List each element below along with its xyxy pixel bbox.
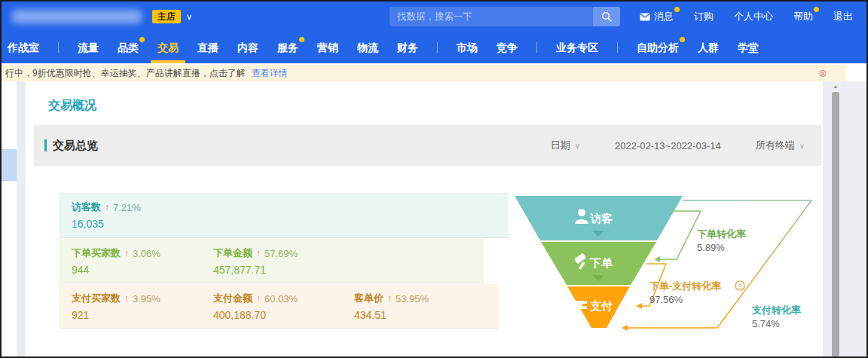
nav-item-academy[interactable]: 学堂 [738,32,759,63]
main-nav: 作战室 流量 品类 交易 直播 内容 服务 营销 物流 财务 市场 竞争 业务专… [2,32,866,63]
metric-change: 3.95% [133,293,160,304]
pay-conversion-value: 5.74% [752,318,780,329]
metric-value: 457,877.71 [213,264,298,276]
nav-item-finance[interactable]: 财务 [397,32,418,63]
metric-value: 400,188.70 [213,309,298,321]
help-icon[interactable]: ? [735,281,744,290]
conversion-funnel: 访客 下单 支付 下单转化率 5.89% 下单-支付转化率 ? 97.5 [512,191,829,338]
nav-item-competition[interactable]: 竞争 [497,32,518,63]
nav-item-business-zone[interactable]: 业务专区 [556,32,598,63]
notification-dot [139,37,145,42]
main-content: 交易概况 交易总览 日期 ∨ 2022-02-13~2022-03-14 所有终… [26,81,823,356]
date-mode-select[interactable]: 日期 ∨ [551,139,580,152]
nav-item-logistics[interactable]: 物流 [357,32,378,63]
nav-item-traffic[interactable]: 流量 [78,32,99,63]
notification-dot [674,7,680,12]
nav-divider [58,42,59,53]
up-arrow-icon: ↑ [256,248,261,259]
topbar: 主店 ∨ 消息 订购 个人中心 帮助 退出 [2,2,866,32]
metric-change: 3.06% [133,248,160,259]
nav-item-live[interactable]: 直播 [197,32,219,63]
metric-value: 16,035 [72,218,141,230]
nav-item-content[interactable]: 内容 [237,32,258,63]
search-bar[interactable] [390,7,620,26]
metric-row-order: 下单买家数 ↑ 3.06% 944 下单金额 ↑ 57.69% 457,877.… [59,239,484,283]
menu-item-profile[interactable]: 个人中心 [734,10,773,23]
nav-label: 品类 [118,41,139,54]
arrow-left-icon [636,303,642,309]
chevron-down-icon: ∨ [575,142,580,150]
nav-divider [536,42,537,53]
nav-item-category[interactable]: 品类 [118,32,139,63]
notification-dot [814,7,819,12]
chevron-down-icon[interactable]: ∨ [186,12,192,22]
left-rail [2,81,17,356]
arrow-left-icon [622,325,628,331]
terminal-select[interactable]: 所有终端 ∨ [756,139,805,152]
left-band [17,81,26,356]
funnel-label-pay: 支付 [589,299,613,312]
date-range-picker[interactable]: 2022-02-13~2022-03-14 [615,140,721,151]
envelope-icon [640,13,650,21]
nav-item-warroom[interactable]: 作战室 [8,32,39,63]
nav-item-self-analysis[interactable]: 自助分析 [637,32,679,63]
nav-item-trade-selected[interactable]: 交易 [157,32,179,63]
metric-change: 53.95% [396,293,429,304]
search-button[interactable] [593,7,620,26]
order-pay-conversion-value: 97.56% [649,294,683,305]
metric-value: 434.51 [354,309,429,321]
section-accent-bar [44,139,47,151]
metric-row-payment: 支付买家数 ↑ 3.95% 921 支付金额 ↑ 60.03% 400,188.… [59,284,499,329]
up-arrow-icon: ↑ [387,293,392,304]
metric-label: 访客数 [72,200,101,214]
banner-text: 行中，9折优惠限时抢、幸运抽奖、产品讲解直播，点击了解 [5,67,246,80]
menu-item-help[interactable]: 帮助 [793,10,813,23]
metric-row-visitor: 访客数 ↑ 7.21% 16,035 [59,193,509,238]
notification-dot [299,37,304,42]
nav-item-marketing[interactable]: 营销 [317,32,338,63]
nav-label: 交易 [157,41,179,54]
banner-detail-link[interactable]: 查看详情 [252,67,288,80]
menu-item-subscribe[interactable]: 订购 [694,10,714,23]
up-arrow-icon: ↑ [124,248,129,259]
metric-label: 支付金额 [213,292,252,305]
scrollbar-thumb[interactable] [832,92,839,356]
metric-avg-order-value: 客单价 ↑ 53.95% 434.51 [354,292,429,321]
nav-active-underline [151,60,185,63]
scrollbar-track[interactable]: ▲ [823,81,866,356]
close-icon[interactable]: ⊗ [818,68,827,78]
metric-label: 下单买家数 [72,246,121,260]
metric-change: 7.21% [113,202,141,213]
metric-value: 944 [72,264,160,276]
search-input[interactable] [390,11,593,22]
date-label: 日期 [551,139,570,152]
menu-label: 退出 [833,10,853,23]
nav-item-audience[interactable]: 人群 [698,32,719,63]
chevron-down-icon: ∨ [799,142,805,150]
store-badge[interactable]: 主店 [152,10,181,23]
nav-divider [437,42,438,53]
metric-label: 下单金额 [213,246,252,260]
nav-item-market[interactable]: 市场 [457,32,478,63]
page-body: 交易概况 交易总览 日期 ∨ 2022-02-13~2022-03-14 所有终… [2,81,866,356]
metric-label: 支付买家数 [72,292,121,305]
nav-label: 自助分析 [637,41,679,54]
nav-divider [617,42,618,53]
metric-value: 921 [72,309,160,321]
metric-order-amount: 下单金额 ↑ 57.69% 457,877.71 [213,246,298,276]
menu-label: 消息 [654,10,674,23]
nav-item-service[interactable]: 服务 [277,32,298,63]
menu-item-messages[interactable]: 消息 [640,10,674,23]
scroll-up-icon[interactable]: ▲ [832,84,839,89]
rail-highlight[interactable] [2,149,17,181]
metric-pay-amount: 支付金额 ↑ 60.03% 400,188.70 [213,292,298,321]
wallet-icon [576,301,587,309]
topbar-menu: 消息 订购 个人中心 帮助 退出 [640,10,853,23]
metric-pay-buyers: 支付买家数 ↑ 3.95% 921 [72,292,160,321]
metric-change: 57.69% [264,248,298,259]
menu-item-logout[interactable]: 退出 [833,10,853,23]
menu-label: 个人中心 [734,10,773,23]
metric-visitors: 访客数 ↑ 7.21% 16,035 [72,200,141,230]
up-arrow-icon: ↑ [256,293,261,304]
metric-label: 客单价 [354,292,384,305]
